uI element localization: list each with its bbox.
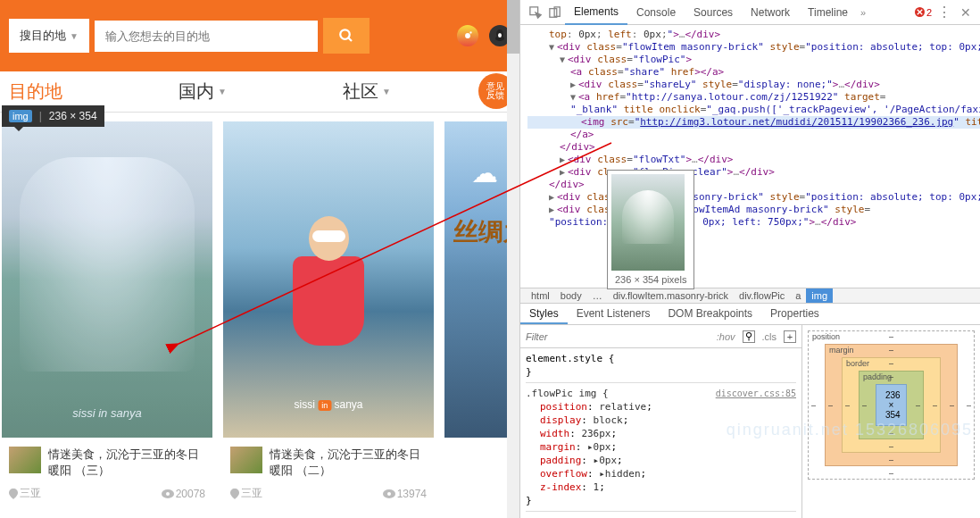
breadcrumb-item[interactable]: a (790, 288, 806, 303)
search-button[interactable] (323, 18, 370, 54)
tab-dom-breakpoints[interactable]: DOM Breakpoints (659, 304, 761, 324)
search-category-select[interactable]: 搜目的地 ▼ (9, 19, 89, 53)
devtools-pane: Elements Console Sources Network Timelin… (519, 0, 980, 518)
eye-icon (383, 489, 395, 498)
scrollbar-thumb[interactable] (507, 0, 519, 54)
card-item[interactable]: sissi in sanya 情迷美食，沉沦于三亚的冬日暖阳 （三） 三亚 20… (2, 121, 212, 501)
site-header: 搜目的地 ▼ (0, 0, 519, 71)
tab-console[interactable]: Console (627, 1, 685, 24)
pin-icon[interactable]: ⚲ (743, 330, 755, 343)
scrollbar[interactable] (507, 0, 519, 518)
location-icon (9, 489, 18, 499)
box-model-pane: position–––– margin–––– border–––– paddi… (801, 325, 980, 518)
breadcrumb-item[interactable]: … (587, 288, 608, 303)
hov-toggle[interactable]: :hov (717, 331, 735, 342)
elements-breadcrumb[interactable]: html body … div.flowItem.masonry-brick d… (520, 288, 980, 304)
styles-tabbar: Styles Event Listeners DOM Breakpoints P… (520, 304, 980, 325)
eye-icon (162, 489, 174, 498)
svg-point-3 (469, 31, 471, 33)
browser-pane: 搜目的地 ▼ 目的地 国内▼ 社区▼ 意见反馈 img | 236 × 354 (0, 0, 519, 518)
search-input[interactable] (95, 21, 318, 52)
chevron-down-icon: ▼ (70, 31, 79, 41)
preview-dimensions: 236 × 354 pixels (611, 271, 690, 285)
search-category-label: 搜目的地 (20, 28, 66, 44)
weibo-icon[interactable] (457, 25, 478, 46)
more-tabs-icon[interactable]: » (860, 7, 866, 18)
devtools-close-icon[interactable]: ✕ (957, 5, 975, 20)
avatar-thumb (230, 447, 262, 473)
elements-tree[interactable]: top: 0px; left: 0px;">…</div> ▼<div clas… (520, 25, 980, 288)
svg-line-1 (348, 38, 352, 41)
tooltip-dimensions: 236 × 354 (49, 110, 97, 122)
tab-properties[interactable]: Properties (761, 304, 828, 324)
card-location: 三亚 (20, 486, 41, 501)
silk-road-text: 丝绸之千 (453, 215, 507, 249)
devtools-tabbar: Elements Console Sources Network Timelin… (520, 0, 980, 25)
social-icons (457, 25, 511, 46)
breadcrumb-item[interactable]: div.flowPic (734, 288, 790, 303)
svg-point-6 (498, 33, 502, 38)
styles-rules-pane[interactable]: :hov ⚲ .cls + element.style { } .flowPic… (520, 325, 801, 518)
tab-event-listeners[interactable]: Event Listeners (568, 304, 660, 324)
styles-filter-input[interactable] (526, 331, 710, 342)
card-location: 三亚 (241, 486, 262, 501)
tab-timeline[interactable]: Timeline (799, 1, 857, 24)
feedback-label: 意见反馈 (486, 82, 506, 100)
svg-point-10 (387, 492, 391, 496)
avatar-thumb (9, 447, 41, 473)
card-views: 20078 (176, 488, 205, 500)
image-watermark: sissi in sanya (294, 398, 362, 411)
card-title: 情迷美食，沉沦于三亚的冬日暖阳 （二） (270, 447, 427, 479)
chevron-down-icon: ▼ (382, 87, 391, 96)
masonry-cards: sissi in sanya 情迷美食，沉沦于三亚的冬日暖阳 （三） 三亚 20… (0, 113, 519, 501)
breadcrumb-item[interactable]: html (526, 288, 555, 303)
tooltip-tag: img (9, 110, 32, 122)
box-model-content: 236 × 354 (876, 384, 907, 426)
search-icon (338, 28, 354, 44)
device-toggle-icon[interactable] (545, 3, 565, 22)
image-watermark: sissi in sanya (72, 406, 141, 420)
card-item[interactable]: sissi in sanya 情迷美食，沉沦于三亚的冬日暖阳 （二） 三亚 13… (223, 121, 434, 501)
new-rule-button[interactable]: + (784, 330, 796, 343)
tab-sources[interactable]: Sources (685, 1, 742, 24)
tab-styles[interactable]: Styles (520, 304, 568, 324)
card-views: 13974 (397, 488, 427, 500)
card-image: 丝绸之千 (444, 121, 507, 438)
card-image-highlighted: sissi in sanya (2, 121, 212, 438)
cls-toggle[interactable]: .cls (762, 331, 777, 342)
rule-selector: element.style { (526, 352, 796, 365)
selected-element-row[interactable]: <img src="http://img3.lotour.net/mudidi/… (527, 116, 980, 129)
error-count[interactable]: 2 (915, 7, 932, 18)
nav-domestic[interactable]: 国内▼ (179, 79, 227, 104)
svg-point-0 (340, 29, 350, 39)
nav-label: 国内 (179, 79, 214, 104)
breadcrumb-item-current[interactable]: img (806, 288, 833, 303)
element-inspect-tooltip: img | 236 × 354 (2, 105, 104, 127)
devtools-menu-icon[interactable]: ⋮ (932, 4, 957, 21)
nav-label: 目的地 (9, 79, 62, 104)
card-image: sissi in sanya (223, 121, 434, 438)
styles-filter-bar: :hov ⚲ .cls + (520, 325, 801, 348)
svg-point-8 (166, 492, 170, 496)
rule-source[interactable]: discover.css:85 (716, 387, 796, 400)
card-item[interactable]: 丝绸之千 (444, 121, 507, 501)
location-icon (230, 489, 239, 499)
svg-point-2 (465, 33, 470, 38)
image-preview-tooltip: 236 × 354 pixels (607, 170, 694, 289)
card-title: 情迷美食，沉沦于三亚的冬日暖阳 （三） (48, 447, 205, 479)
tab-elements[interactable]: Elements (565, 0, 627, 25)
nav-community[interactable]: 社区▼ (343, 79, 391, 104)
inspect-element-icon[interactable] (526, 3, 545, 22)
tab-network[interactable]: Network (742, 1, 799, 24)
rule-selector: .flowPic img { (526, 388, 609, 399)
chevron-down-icon: ▼ (218, 87, 227, 96)
breadcrumb-item[interactable]: div.flowItem.masonry-brick (608, 288, 734, 303)
breadcrumb-item[interactable]: body (555, 288, 587, 303)
nav-label: 社区 (343, 79, 378, 104)
